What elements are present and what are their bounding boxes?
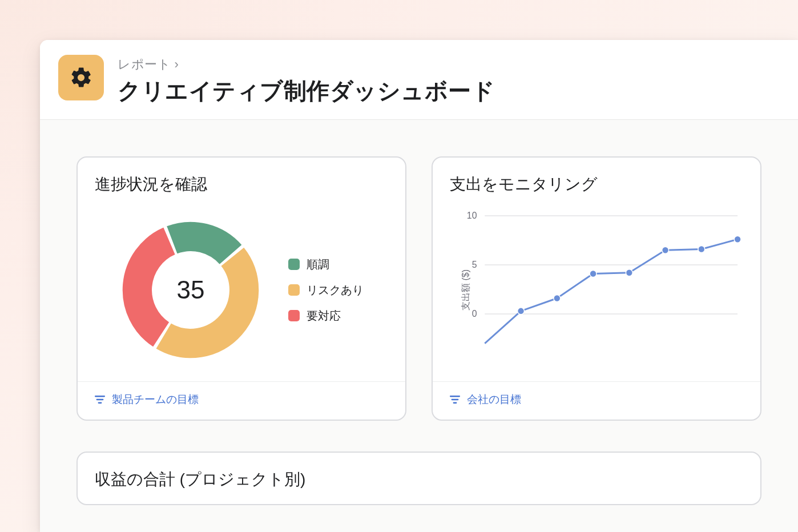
svg-point-9 [626,269,632,276]
svg-text:10: 10 [467,211,477,220]
filter-link-label: 製品チームの目標 [112,392,199,407]
card-progress[interactable]: 進捗状況を確認 35 順調 リスクあり [76,156,406,421]
svg-point-12 [734,236,741,243]
card-spend-title: 支出をモニタリング [450,174,743,195]
legend-item-ontrack: 順調 [288,257,364,272]
donut-center-value: 35 [119,219,262,361]
filter-link-label: 会社の目標 [467,392,521,407]
card-progress-title: 進捗状況を確認 [95,174,388,195]
svg-text:5: 5 [472,260,477,269]
svg-point-11 [698,245,705,252]
card-revenue[interactable]: 収益の合計 (プロジェクト別) [76,452,761,505]
svg-point-6 [518,308,525,315]
legend-label: 要対応 [307,308,341,324]
svg-point-10 [662,247,669,253]
svg-point-8 [590,270,597,277]
header: レポート › クリエイティブ制作ダッシュボード [40,40,798,120]
page-title: クリエイティブ制作ダッシュボード [118,75,495,107]
card-spend[interactable]: 支出をモニタリング 支出額 ($) 0510 会社の目標 [432,156,761,421]
card-spend-footer[interactable]: 会社の目標 [433,381,760,407]
donut-legend: 順調 リスクあり 要対応 [288,257,364,324]
donut-wrap: 35 順調 リスクあり 要対応 [95,209,388,371]
swatch-amber [288,284,300,296]
line-chart: 支出額 ($) 0510 [450,209,743,371]
legend-item-risk: リスクあり [288,283,364,298]
filter-icon [95,396,105,404]
card-revenue-title: 収益の合計 (プロジェクト別) [95,469,743,490]
card-progress-footer[interactable]: 製品チームの目標 [78,381,405,407]
app-window: レポート › クリエイティブ制作ダッシュボード 進捗状況を確認 35 順調 [40,40,798,532]
swatch-green [288,259,300,270]
header-text: レポート › クリエイティブ制作ダッシュボード [118,55,495,107]
svg-text:0: 0 [472,309,477,319]
line-ylabel: 支出額 ($) [460,269,472,311]
svg-point-7 [554,295,561,301]
legend-label: リスクあり [307,283,364,298]
swatch-red [288,310,300,321]
content: 進捗状況を確認 35 順調 リスクあり [40,120,798,505]
cards-row: 進捗状況を確認 35 順調 リスクあり [76,156,761,421]
donut-chart: 35 [119,219,262,361]
filter-icon [450,396,460,404]
legend-label: 順調 [307,257,329,272]
legend-item-attention: 要対応 [288,308,364,324]
breadcrumb[interactable]: レポート › [118,56,495,73]
gear-icon [58,55,104,100]
